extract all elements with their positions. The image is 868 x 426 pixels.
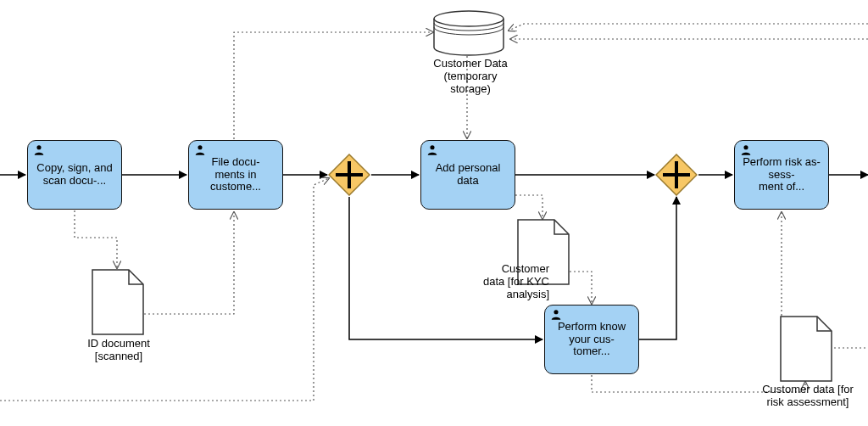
task-file-documents: File docu- ments in custome...: [188, 140, 283, 210]
task-perform-kyc: Perform know your cus- tomer...: [544, 305, 639, 374]
parallel-gateway-split: [328, 154, 370, 196]
task-label: Perform risk as- sess- ment of...: [743, 156, 821, 194]
data-object-customer-data-risk: [780, 316, 832, 382]
task-copy-sign-scan: Copy, sign, and scan docu-...: [27, 140, 122, 210]
data-object-id-document: [92, 269, 144, 335]
svg-point-12: [743, 145, 748, 149]
data-object-label: Customer data [for KYC analysis]: [481, 263, 549, 301]
data-object-label: ID document [scanned]: [75, 338, 163, 363]
task-label: Perform know your cus- tomer...: [552, 321, 632, 359]
user-icon: [550, 309, 562, 321]
data-store-label: Customer Data (temporary storage): [424, 58, 517, 96]
task-label: File docu- ments in custome...: [196, 156, 275, 194]
svg-point-10: [430, 145, 434, 149]
bpmn-diagram-canvas: Customer Data (temporary storage) Copy, …: [0, 0, 868, 426]
task-add-personal-data: Add personal data: [420, 140, 515, 210]
svg-point-9: [198, 145, 202, 149]
task-label: Copy, sign, and scan docu-...: [35, 162, 114, 188]
data-store-customer-data: [432, 10, 505, 56]
user-icon: [33, 144, 45, 156]
data-object-label: Customer data [for risk assessment]: [761, 384, 854, 409]
user-icon: [194, 144, 206, 156]
task-label: Add personal data: [428, 162, 508, 188]
user-icon: [740, 144, 752, 156]
svg-point-8: [36, 145, 41, 149]
user-icon: [426, 144, 438, 156]
parallel-gateway-join: [655, 154, 698, 196]
svg-point-7: [434, 11, 504, 26]
svg-point-11: [554, 310, 558, 314]
task-perform-risk-assessment: Perform risk as- sess- ment of...: [734, 140, 829, 210]
